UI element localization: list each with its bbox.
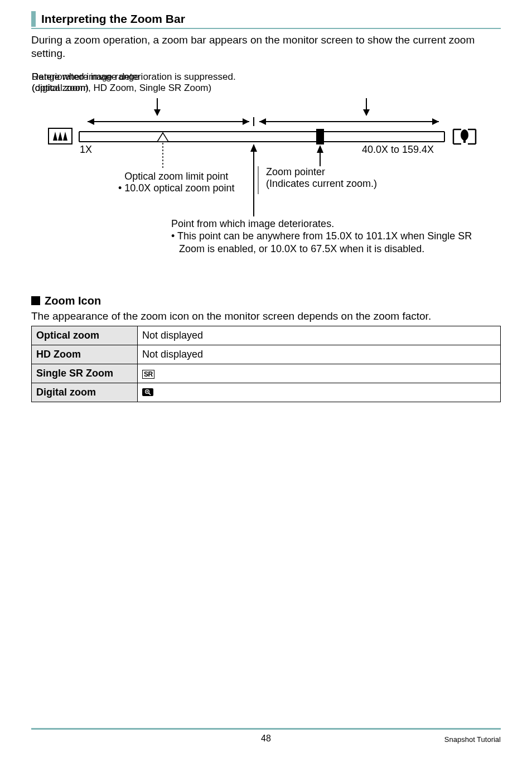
optical-limit-callout: Optical zoom limit point • 10.0X optical… xyxy=(118,171,234,194)
deteriorated-range-line1: Deteriorated image range xyxy=(32,71,139,83)
row-label: HD Zoom xyxy=(32,345,138,364)
deteriorated-range-label: Deteriorated image range (digital zoom) xyxy=(32,71,139,94)
zoom-pointer-line1: Zoom pointer xyxy=(266,166,377,178)
page-footer: 48 Snapshot Tutorial xyxy=(31,728,501,745)
zoom-pointer-callout: Zoom pointer (Indicates current zoom.) xyxy=(266,166,377,190)
row-label: Digital zoom xyxy=(32,383,138,402)
sub-heading-marker xyxy=(31,296,40,305)
section-heading: Interpreting the Zoom Bar xyxy=(31,11,501,29)
table-row: Optical zoom Not displayed xyxy=(32,326,501,345)
row-value: SR xyxy=(138,364,501,383)
svg-rect-7 xyxy=(316,129,324,144)
table-row: Digital zoom xyxy=(32,383,501,402)
deteriorate-callout: Point from which image deteriorates. • T… xyxy=(171,218,483,255)
magnify-plus-icon xyxy=(142,388,153,396)
right-scale-label: 40.0X to 159.4X xyxy=(362,144,434,156)
sr-icon: SR xyxy=(142,370,154,379)
deteriorate-line1: Point from which image deteriorates. xyxy=(171,218,483,230)
row-value: Not displayed xyxy=(138,345,501,364)
optical-limit-line2: • 10.0X optical zoom point xyxy=(118,182,234,194)
heading-text: Interpreting the Zoom Bar xyxy=(41,12,185,26)
zoom-pointer-line2: (Indicates current zoom.) xyxy=(266,178,377,190)
page-number: 48 xyxy=(261,734,271,744)
svg-point-1 xyxy=(461,129,468,141)
optical-limit-line1: Optical zoom limit point xyxy=(118,171,234,182)
svg-rect-2 xyxy=(463,139,466,143)
row-label: Single SR Zoom xyxy=(32,364,138,383)
deteriorated-range-line2: (digital zoom) xyxy=(32,83,139,94)
row-value: Not displayed xyxy=(138,326,501,345)
svg-line-18 xyxy=(148,393,151,396)
row-label: Optical zoom xyxy=(32,326,138,345)
sub-heading-text: Zoom Icon xyxy=(45,295,101,307)
footer-section-name: Snapshot Tutorial xyxy=(444,735,501,744)
intro-paragraph: During a zoom operation, a zoom bar appe… xyxy=(31,33,501,60)
sub-heading: Zoom Icon xyxy=(31,295,501,307)
zoom-bar-diagram: Range where image deterioration is suppr… xyxy=(32,71,500,278)
heading-marker xyxy=(31,11,36,27)
sub-intro: The appearance of the zoom icon on the m… xyxy=(31,310,501,323)
zoom-icon-table: Optical zoom Not displayed HD Zoom Not d… xyxy=(31,326,501,402)
table-row: Single SR Zoom SR xyxy=(32,364,501,383)
row-value xyxy=(138,383,501,402)
deteriorate-line2: • This point can be anywhere from 15.0X … xyxy=(171,230,483,255)
left-scale-label: 1X xyxy=(80,144,92,156)
table-row: HD Zoom Not displayed xyxy=(32,345,501,364)
